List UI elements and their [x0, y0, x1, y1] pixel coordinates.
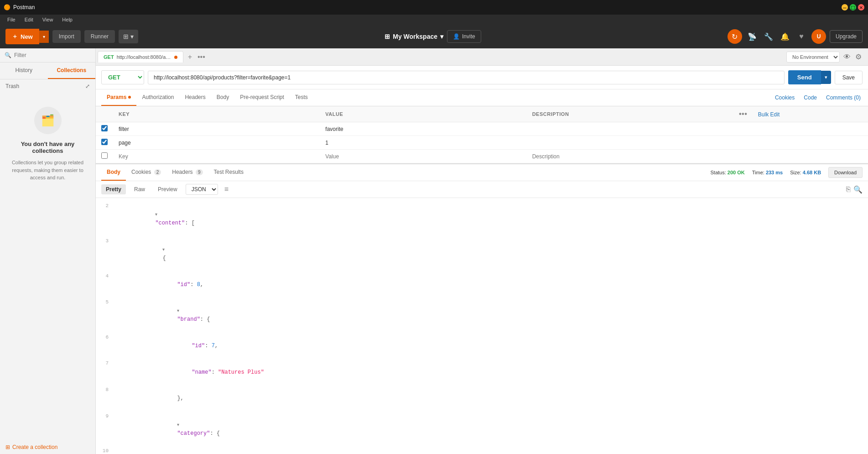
- req-tab-params[interactable]: Params: [101, 89, 136, 106]
- wrench-icon-button[interactable]: 🔧: [762, 30, 775, 43]
- plus-icon: ＋: [12, 32, 18, 41]
- satellite-icon-button[interactable]: 📡: [746, 30, 759, 43]
- runner-button[interactable]: Runner: [84, 30, 115, 43]
- time-label: Time: 233 ms: [752, 170, 783, 175]
- create-collection-button[interactable]: ⊞ Create a collection: [0, 440, 95, 454]
- time-value: 233 ms: [766, 170, 783, 175]
- bell-icon-button[interactable]: 🔔: [779, 30, 791, 43]
- param-desc-1[interactable]: [532, 140, 728, 146]
- comments-link[interactable]: Comments (0): [824, 90, 863, 105]
- req-tab-pre-request-script[interactable]: Pre-request Script: [234, 89, 290, 106]
- params-body: [96, 122, 868, 163]
- req-tab-body[interactable]: Body: [211, 89, 234, 106]
- import-button[interactable]: Import: [52, 30, 81, 43]
- sidebar-tab-history[interactable]: History: [0, 63, 48, 79]
- environment-select[interactable]: No Environment: [786, 52, 840, 63]
- expand-button[interactable]: ▾: [162, 247, 165, 252]
- sync-button[interactable]: ↻: [728, 29, 742, 44]
- method-select[interactable]: GET POST PUT DELETE PATCH: [101, 70, 144, 84]
- avatar-button[interactable]: U: [811, 29, 826, 44]
- workspace-button[interactable]: ⊞ My Workspace ▾: [385, 33, 443, 40]
- heart-icon-button[interactable]: ♥: [795, 30, 808, 43]
- response-actions: ⎘ 🔍: [846, 185, 863, 194]
- minimize-button[interactable]: –: [842, 4, 848, 10]
- pretty-view-button[interactable]: Pretty: [101, 184, 126, 194]
- param-checkbox-1[interactable]: [101, 139, 108, 145]
- toolbar-right: ↻ 📡 🔧 🔔 ♥ U Upgrade: [728, 29, 863, 44]
- param-checkbox-2[interactable]: [101, 152, 108, 159]
- param-key-1[interactable]: [119, 140, 314, 146]
- save-button[interactable]: Save: [835, 71, 863, 84]
- size-value: 4.68 KB: [803, 170, 821, 175]
- json-viewer[interactable]: 2 ▾ "content": [ 3 ▾ { 4 "id": [96, 198, 868, 454]
- resp-tab-cookies[interactable]: Cookies 2: [126, 164, 166, 181]
- empty-icon: 🗂️: [34, 107, 62, 134]
- download-button[interactable]: Download: [828, 167, 863, 178]
- plus-square-icon: ⊞: [5, 444, 10, 450]
- req-tab-headers[interactable]: Headers: [179, 89, 211, 106]
- param-key-2[interactable]: [119, 153, 314, 160]
- req-tab-tests[interactable]: Tests: [290, 89, 313, 106]
- expand-button[interactable]: ▾: [177, 308, 179, 313]
- env-eye-button[interactable]: 👁: [842, 52, 852, 62]
- request-tab-active[interactable]: GET http://localhost:8080/api/produc: [98, 51, 183, 63]
- upgrade-button[interactable]: Upgrade: [830, 30, 863, 43]
- toolbar-center: ⊞ My Workspace ▾ 👤 Invite: [142, 30, 724, 43]
- new-button[interactable]: ＋ New: [5, 29, 39, 44]
- maximize-button[interactable]: □: [850, 4, 856, 10]
- add-tab-button[interactable]: +: [186, 52, 194, 62]
- new-dropdown-button[interactable]: ▾: [39, 31, 49, 43]
- resp-tab-test-results[interactable]: Test Results: [208, 164, 249, 181]
- search-input[interactable]: [14, 52, 91, 58]
- raw-view-button[interactable]: Raw: [130, 184, 150, 194]
- param-desc-0[interactable]: [532, 126, 728, 132]
- format-select[interactable]: JSON: [186, 184, 218, 195]
- format-icon-button[interactable]: ≡: [222, 184, 231, 194]
- param-value-2[interactable]: [325, 153, 521, 160]
- invite-button[interactable]: 👤 Invite: [447, 30, 481, 43]
- expand-icon: ⤢: [85, 83, 90, 89]
- expand-button[interactable]: ▾: [155, 212, 157, 217]
- tab-url-text: http://localhost:8080/api/produc: [117, 54, 172, 60]
- table-row: [96, 122, 868, 136]
- req-tab-authorization[interactable]: Authorization: [136, 89, 179, 106]
- more-tabs-button[interactable]: •••: [196, 52, 207, 62]
- expand-button[interactable]: ▾: [177, 422, 179, 427]
- env-settings-button[interactable]: ⚙: [854, 52, 863, 62]
- send-button[interactable]: Send: [788, 70, 821, 84]
- environment-selector: No Environment 👁 ⚙: [786, 52, 866, 63]
- layout-button[interactable]: ⊞ ▾: [119, 30, 138, 43]
- bulk-edit-button[interactable]: Bulk Edit: [758, 111, 780, 118]
- param-value-0[interactable]: [325, 126, 521, 132]
- json-line: 2 ▾ "content": [: [96, 202, 868, 237]
- content-area: GET http://localhost:8080/api/produc + •…: [96, 48, 868, 454]
- more-actions-icon[interactable]: •••: [739, 110, 747, 118]
- url-input[interactable]: [148, 71, 785, 84]
- resp-tab-headers[interactable]: Headers 9: [166, 164, 208, 181]
- menu-view[interactable]: View: [39, 16, 57, 23]
- param-checkbox-0[interactable]: [101, 125, 108, 131]
- menu-file[interactable]: File: [4, 16, 19, 23]
- close-button[interactable]: ×: [858, 4, 864, 10]
- sidebar-tab-collections[interactable]: Collections: [48, 63, 96, 79]
- json-line: 8 },: [96, 386, 868, 412]
- search-icon: 🔍: [5, 52, 11, 58]
- search-response-button[interactable]: 🔍: [853, 185, 863, 194]
- json-line: 7 "name": "Natures Plus": [96, 359, 868, 386]
- response-status-bar: Status: 200 OK Time: 233 ms Size: 4.68 K…: [710, 167, 863, 178]
- sidebar-trash-item[interactable]: Trash ⤢: [0, 79, 95, 93]
- cookies-link[interactable]: Cookies: [773, 90, 796, 105]
- send-dropdown-button[interactable]: ▾: [821, 71, 831, 84]
- empty-title: You don't have any collections: [9, 141, 86, 154]
- menu-help[interactable]: Help: [58, 16, 76, 23]
- resp-tab-body[interactable]: Body: [101, 164, 126, 181]
- tabs-bar: GET http://localhost:8080/api/produc + •…: [96, 48, 868, 66]
- code-link[interactable]: Code: [802, 90, 819, 105]
- response-body-toolbar: Pretty Raw Preview JSON ≡ ⎘ 🔍: [96, 181, 868, 198]
- copy-response-button[interactable]: ⎘: [846, 185, 851, 194]
- param-value-1[interactable]: [325, 140, 521, 146]
- param-desc-2[interactable]: [532, 153, 728, 160]
- menu-edit[interactable]: Edit: [21, 16, 37, 23]
- preview-view-button[interactable]: Preview: [153, 184, 182, 194]
- param-key-0[interactable]: [119, 126, 314, 132]
